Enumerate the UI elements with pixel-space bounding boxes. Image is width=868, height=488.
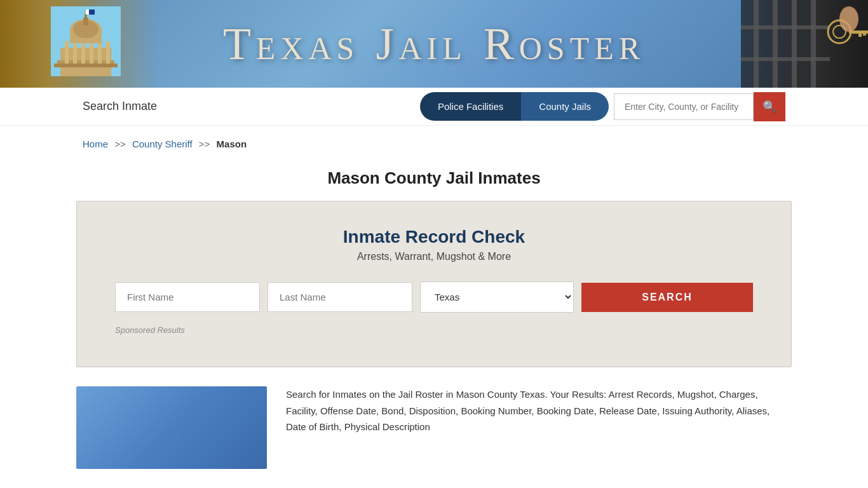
svg-rect-24 (741, 25, 830, 29)
svg-rect-3 (54, 64, 118, 67)
search-inmate-label: Search Inmate (83, 100, 420, 113)
svg-rect-20 (754, 0, 759, 88)
breadcrumb-current: Mason (217, 139, 247, 149)
svg-rect-30 (863, 30, 866, 36)
last-name-input[interactable] (268, 282, 412, 312)
svg-rect-29 (858, 30, 862, 37)
svg-rect-22 (792, 0, 797, 88)
search-icon: 🔍 (763, 100, 776, 114)
svg-rect-4 (65, 41, 69, 64)
state-select[interactable]: AlabamaAlaskaArizonaArkansasCaliforniaCo… (420, 281, 574, 313)
svg-rect-9 (106, 41, 110, 64)
breadcrumb-county-sheriff-link[interactable]: County Sheriff (132, 139, 193, 149)
svg-rect-25 (741, 57, 830, 61)
header-banner: Texas Jail Roster (0, 0, 868, 88)
svg-rect-21 (773, 0, 778, 88)
svg-rect-23 (811, 0, 816, 88)
svg-rect-17 (86, 10, 89, 15)
svg-point-31 (839, 6, 858, 32)
breadcrumb-home-link[interactable]: Home (83, 139, 108, 149)
county-jails-button[interactable]: County Jails (521, 92, 609, 121)
page-title-section: Mason County Jail Inmates (0, 162, 868, 201)
sponsored-label: Sponsored Results (115, 325, 753, 335)
bottom-description: Search for Inmates on the Jail Roster in… (286, 386, 792, 435)
svg-rect-5 (73, 41, 77, 64)
facility-search-input[interactable] (614, 93, 754, 120)
record-search-button[interactable]: SEARCH (581, 283, 753, 312)
capitol-dome-image (51, 6, 127, 83)
site-title: Texas Jail Roster (223, 18, 645, 71)
bottom-image (76, 386, 267, 469)
record-check-title: Inmate Record Check (115, 227, 753, 247)
nav-buttons: Police Facilities County Jails 🔍 (420, 92, 785, 121)
search-form-row: AlabamaAlaskaArizonaArkansasCaliforniaCo… (115, 281, 753, 313)
svg-rect-7 (90, 41, 93, 64)
record-check-box: Inmate Record Check Arrests, Warrant, Mu… (76, 201, 792, 367)
svg-rect-18 (89, 10, 95, 15)
nav-bar: Search Inmate Police Facilities County J… (0, 88, 868, 126)
bottom-section: Search for Inmates on the Jail Roster in… (76, 386, 792, 469)
breadcrumb-sep-2: >> (199, 139, 210, 149)
breadcrumb: Home >> County Sheriff >> Mason (0, 126, 868, 162)
police-facilities-button[interactable]: Police Facilities (420, 92, 521, 121)
first-name-input[interactable] (115, 282, 260, 312)
facility-search-button[interactable]: 🔍 (754, 92, 785, 121)
banner-right-background (741, 0, 868, 88)
svg-rect-6 (81, 41, 85, 64)
svg-rect-8 (98, 41, 102, 64)
page-title: Mason County Jail Inmates (0, 168, 868, 188)
breadcrumb-sep-1: >> (114, 139, 126, 149)
record-check-subtitle: Arrests, Warrant, Mugshot & More (115, 251, 753, 262)
